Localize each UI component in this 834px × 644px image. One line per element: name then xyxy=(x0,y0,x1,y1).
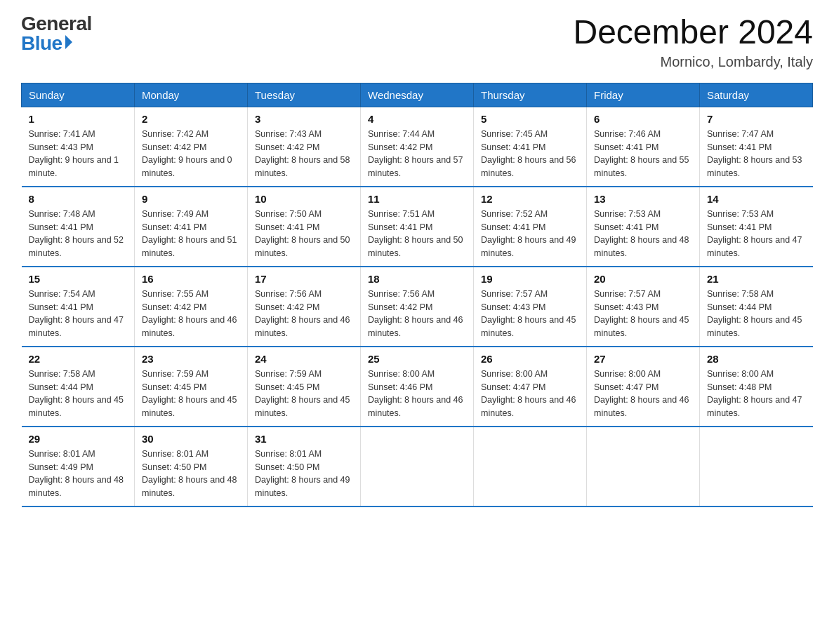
logo: General Blue xyxy=(21,14,92,53)
calendar-cell: 24 Sunrise: 7:59 AM Sunset: 4:45 PM Dayl… xyxy=(248,347,361,427)
day-info: Sunrise: 7:53 AM Sunset: 4:41 PM Dayligh… xyxy=(707,208,806,260)
day-number: 31 xyxy=(255,433,353,445)
day-info: Sunrise: 7:53 AM Sunset: 4:41 PM Dayligh… xyxy=(594,208,692,260)
day-number: 21 xyxy=(707,273,806,285)
day-info: Sunrise: 7:56 AM Sunset: 4:42 PM Dayligh… xyxy=(255,288,353,340)
logo-blue-text: Blue xyxy=(21,34,72,53)
day-number: 29 xyxy=(29,433,128,445)
month-year-title: December 2024 xyxy=(573,14,813,51)
col-tuesday: Tuesday xyxy=(248,83,361,107)
calendar-cell xyxy=(700,427,813,507)
calendar-cell: 9 Sunrise: 7:49 AM Sunset: 4:41 PM Dayli… xyxy=(135,187,248,267)
day-number: 25 xyxy=(368,353,466,365)
col-thursday: Thursday xyxy=(474,83,587,107)
calendar-cell: 1 Sunrise: 7:41 AM Sunset: 4:43 PM Dayli… xyxy=(22,107,135,187)
day-info: Sunrise: 8:00 AM Sunset: 4:47 PM Dayligh… xyxy=(594,368,692,420)
day-number: 8 xyxy=(29,193,128,205)
day-info: Sunrise: 7:41 AM Sunset: 4:43 PM Dayligh… xyxy=(29,128,128,180)
logo-triangle-icon xyxy=(65,35,72,49)
day-info: Sunrise: 8:00 AM Sunset: 4:46 PM Dayligh… xyxy=(368,368,466,420)
day-number: 4 xyxy=(368,113,466,125)
calendar-cell: 17 Sunrise: 7:56 AM Sunset: 4:42 PM Dayl… xyxy=(248,267,361,347)
day-number: 30 xyxy=(142,433,240,445)
day-info: Sunrise: 7:49 AM Sunset: 4:41 PM Dayligh… xyxy=(142,208,240,260)
calendar-week-4: 22 Sunrise: 7:58 AM Sunset: 4:44 PM Dayl… xyxy=(22,347,813,427)
calendar-cell: 31 Sunrise: 8:01 AM Sunset: 4:50 PM Dayl… xyxy=(248,427,361,507)
day-info: Sunrise: 7:57 AM Sunset: 4:43 PM Dayligh… xyxy=(481,288,579,340)
calendar-cell: 10 Sunrise: 7:50 AM Sunset: 4:41 PM Dayl… xyxy=(248,187,361,267)
logo-general-text: General xyxy=(21,14,92,34)
day-info: Sunrise: 7:52 AM Sunset: 4:41 PM Dayligh… xyxy=(481,208,579,260)
day-info: Sunrise: 7:57 AM Sunset: 4:43 PM Dayligh… xyxy=(594,288,692,340)
calendar-week-5: 29 Sunrise: 8:01 AM Sunset: 4:49 PM Dayl… xyxy=(22,427,813,507)
page-header: General Blue December 2024 Mornico, Lomb… xyxy=(21,14,813,70)
day-info: Sunrise: 7:43 AM Sunset: 4:42 PM Dayligh… xyxy=(255,128,353,180)
calendar-cell: 3 Sunrise: 7:43 AM Sunset: 4:42 PM Dayli… xyxy=(248,107,361,187)
calendar-cell: 26 Sunrise: 8:00 AM Sunset: 4:47 PM Dayl… xyxy=(474,347,587,427)
calendar-cell: 2 Sunrise: 7:42 AM Sunset: 4:42 PM Dayli… xyxy=(135,107,248,187)
calendar-cell xyxy=(474,427,587,507)
day-number: 22 xyxy=(29,353,128,365)
day-number: 11 xyxy=(368,193,466,205)
day-number: 28 xyxy=(707,353,806,365)
calendar-header: Sunday Monday Tuesday Wednesday Thursday… xyxy=(22,83,813,107)
day-info: Sunrise: 8:01 AM Sunset: 4:50 PM Dayligh… xyxy=(142,448,240,500)
calendar-cell: 5 Sunrise: 7:45 AM Sunset: 4:41 PM Dayli… xyxy=(474,107,587,187)
title-block: December 2024 Mornico, Lombardy, Italy xyxy=(573,14,813,70)
calendar-cell xyxy=(587,427,700,507)
day-info: Sunrise: 7:50 AM Sunset: 4:41 PM Dayligh… xyxy=(255,208,353,260)
day-number: 10 xyxy=(255,193,353,205)
day-number: 15 xyxy=(29,273,128,285)
col-friday: Friday xyxy=(587,83,700,107)
day-info: Sunrise: 8:00 AM Sunset: 4:48 PM Dayligh… xyxy=(707,368,806,420)
day-number: 17 xyxy=(255,273,353,285)
calendar-cell: 15 Sunrise: 7:54 AM Sunset: 4:41 PM Dayl… xyxy=(22,267,135,347)
day-number: 18 xyxy=(368,273,466,285)
calendar-week-1: 1 Sunrise: 7:41 AM Sunset: 4:43 PM Dayli… xyxy=(22,107,813,187)
day-number: 7 xyxy=(707,113,806,125)
day-number: 26 xyxy=(481,353,579,365)
day-info: Sunrise: 7:51 AM Sunset: 4:41 PM Dayligh… xyxy=(368,208,466,260)
calendar-cell: 23 Sunrise: 7:59 AM Sunset: 4:45 PM Dayl… xyxy=(135,347,248,427)
calendar-cell: 12 Sunrise: 7:52 AM Sunset: 4:41 PM Dayl… xyxy=(474,187,587,267)
day-info: Sunrise: 7:56 AM Sunset: 4:42 PM Dayligh… xyxy=(368,288,466,340)
calendar-cell: 27 Sunrise: 8:00 AM Sunset: 4:47 PM Dayl… xyxy=(587,347,700,427)
col-sunday: Sunday xyxy=(22,83,135,107)
day-info: Sunrise: 7:58 AM Sunset: 4:44 PM Dayligh… xyxy=(29,368,128,420)
day-info: Sunrise: 7:42 AM Sunset: 4:42 PM Dayligh… xyxy=(142,128,240,180)
col-wednesday: Wednesday xyxy=(361,83,474,107)
day-info: Sunrise: 8:01 AM Sunset: 4:50 PM Dayligh… xyxy=(255,448,353,500)
calendar-cell xyxy=(361,427,474,507)
day-number: 12 xyxy=(481,193,579,205)
day-info: Sunrise: 7:45 AM Sunset: 4:41 PM Dayligh… xyxy=(481,128,579,180)
day-info: Sunrise: 7:46 AM Sunset: 4:41 PM Dayligh… xyxy=(594,128,692,180)
calendar-cell: 11 Sunrise: 7:51 AM Sunset: 4:41 PM Dayl… xyxy=(361,187,474,267)
calendar-cell: 16 Sunrise: 7:55 AM Sunset: 4:42 PM Dayl… xyxy=(135,267,248,347)
day-info: Sunrise: 7:59 AM Sunset: 4:45 PM Dayligh… xyxy=(255,368,353,420)
day-number: 20 xyxy=(594,273,692,285)
calendar-cell: 29 Sunrise: 8:01 AM Sunset: 4:49 PM Dayl… xyxy=(22,427,135,507)
calendar-cell: 6 Sunrise: 7:46 AM Sunset: 4:41 PM Dayli… xyxy=(587,107,700,187)
location-subtitle: Mornico, Lombardy, Italy xyxy=(573,54,813,70)
calendar-table: Sunday Monday Tuesday Wednesday Thursday… xyxy=(21,83,813,507)
day-number: 2 xyxy=(142,113,240,125)
calendar-week-2: 8 Sunrise: 7:48 AM Sunset: 4:41 PM Dayli… xyxy=(22,187,813,267)
calendar-cell: 13 Sunrise: 7:53 AM Sunset: 4:41 PM Dayl… xyxy=(587,187,700,267)
day-number: 19 xyxy=(481,273,579,285)
day-number: 24 xyxy=(255,353,353,365)
day-number: 6 xyxy=(594,113,692,125)
day-info: Sunrise: 8:01 AM Sunset: 4:49 PM Dayligh… xyxy=(29,448,128,500)
day-number: 1 xyxy=(29,113,128,125)
calendar-body: 1 Sunrise: 7:41 AM Sunset: 4:43 PM Dayli… xyxy=(22,107,813,507)
calendar-cell: 18 Sunrise: 7:56 AM Sunset: 4:42 PM Dayl… xyxy=(361,267,474,347)
day-number: 27 xyxy=(594,353,692,365)
col-saturday: Saturday xyxy=(700,83,813,107)
day-number: 13 xyxy=(594,193,692,205)
header-row: Sunday Monday Tuesday Wednesday Thursday… xyxy=(22,83,813,107)
calendar-week-3: 15 Sunrise: 7:54 AM Sunset: 4:41 PM Dayl… xyxy=(22,267,813,347)
day-info: Sunrise: 7:54 AM Sunset: 4:41 PM Dayligh… xyxy=(29,288,128,340)
day-number: 23 xyxy=(142,353,240,365)
calendar-cell: 20 Sunrise: 7:57 AM Sunset: 4:43 PM Dayl… xyxy=(587,267,700,347)
day-number: 9 xyxy=(142,193,240,205)
day-info: Sunrise: 8:00 AM Sunset: 4:47 PM Dayligh… xyxy=(481,368,579,420)
